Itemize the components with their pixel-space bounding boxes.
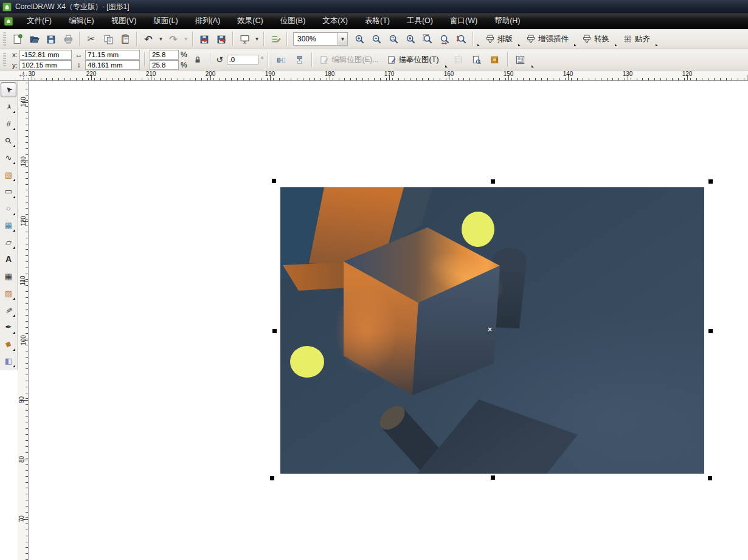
selection-handle-2[interactable] <box>491 179 495 184</box>
ruler-tick <box>309 78 310 80</box>
toolbar-grip[interactable] <box>3 32 6 46</box>
text-tool[interactable]: A <box>1 252 16 267</box>
selection-handle-8[interactable] <box>708 476 712 480</box>
toolbar-grip[interactable] <box>3 53 6 66</box>
document-window-icon[interactable] <box>4 16 13 26</box>
scale-vertical-input[interactable] <box>150 60 179 70</box>
mirror-vertical-button[interactable] <box>291 52 307 67</box>
options-button[interactable] <box>268 31 283 47</box>
selection-handle-7[interactable] <box>491 475 495 480</box>
export-button[interactable] <box>213 31 229 47</box>
ruler-label: 110 <box>19 276 26 286</box>
bitmap-resample-button[interactable] <box>487 52 503 67</box>
ellipse-tool[interactable]: ○ <box>1 201 16 216</box>
zoom-page-button[interactable] <box>420 31 435 47</box>
new-document-button[interactable] <box>9 31 25 47</box>
eyedropper-tool[interactable]: ✎ <box>1 302 16 317</box>
shape-tool[interactable]: ➢ <box>1 99 16 114</box>
pick-tool[interactable]: ➤ <box>1 82 16 97</box>
selection-handle-3[interactable] <box>708 179 713 184</box>
flyout-corner <box>518 44 521 46</box>
menu-item-11[interactable]: 窗口(W) <box>442 13 486 29</box>
typesetting-button[interactable]: 排版 <box>482 32 516 46</box>
interactive-blend-tool[interactable]: ▨ <box>1 286 16 301</box>
menu-item-8[interactable]: 文本(X) <box>314 13 356 29</box>
redo-button[interactable]: ↷ <box>165 31 181 47</box>
object-height-input[interactable] <box>85 60 140 70</box>
fill-tool[interactable]: ◆ <box>1 336 16 351</box>
redo-dropdown-arrow[interactable]: ▾ <box>182 32 189 46</box>
selection-handle-5[interactable] <box>708 329 713 333</box>
vertical-ruler[interactable]: 140130120110100908070 <box>18 81 29 560</box>
zoom-in-button[interactable] <box>351 31 367 47</box>
menu-item-10[interactable]: 工具(O) <box>398 13 442 29</box>
menu-item-5[interactable]: 排列(A) <box>187 13 229 29</box>
selection-handle-4[interactable] <box>272 329 277 333</box>
menu-item-1[interactable]: 文件(F) <box>18 13 60 29</box>
ruler-tick <box>291 78 291 80</box>
graph-paper-tool[interactable]: ▦ <box>1 218 16 233</box>
snap-button[interactable]: 贴齐 <box>619 32 654 46</box>
launcher-dropdown-arrow[interactable]: ▾ <box>254 32 260 46</box>
y-position-input[interactable] <box>19 60 72 70</box>
menu-item-3[interactable]: 视图(V) <box>103 13 145 29</box>
edit-bitmap-button[interactable]: 编辑位图(E)... <box>317 53 381 67</box>
table-tool[interactable]: ▦ <box>1 269 16 284</box>
object-width-input[interactable] <box>85 50 140 60</box>
zoom-selected-button[interactable] <box>386 31 401 47</box>
lock-ratio-button[interactable] <box>190 52 206 67</box>
outline-pen-tool[interactable]: ✒ <box>1 319 16 334</box>
selection-handle-6[interactable] <box>270 476 274 480</box>
flyout-indicator <box>13 213 15 215</box>
flyout-indicator <box>13 128 15 130</box>
menu-item-9[interactable]: 表格(T) <box>356 13 398 29</box>
zoom-height-button[interactable] <box>454 31 469 47</box>
text-wrap-button[interactable] <box>513 52 528 67</box>
convert-button[interactable]: 转换 <box>578 32 613 46</box>
menu-item-12[interactable]: 帮助(H) <box>486 13 528 29</box>
crop-tool[interactable]: # <box>1 116 16 131</box>
print-button[interactable] <box>60 31 76 47</box>
typesetting-button-label: 排版 <box>497 34 513 44</box>
undo-dropdown-arrow[interactable]: ▾ <box>158 32 164 46</box>
bitmap-frame-button[interactable] <box>451 52 466 67</box>
bitmap-boundary-button[interactable] <box>469 52 485 67</box>
zoom-width-button[interactable] <box>437 31 452 47</box>
trace-bitmap-button[interactable]: 描摹位图(T) <box>384 53 442 67</box>
zoom-level-input[interactable] <box>294 33 338 44</box>
x-position-input[interactable] <box>19 50 72 60</box>
selection-center-mark[interactable]: × <box>488 325 492 334</box>
zoom-out-button[interactable] <box>369 31 384 47</box>
scale-horizontal-input[interactable] <box>150 50 179 60</box>
horizontal-ruler[interactable]: 30220210200190180170160150140130120 <box>0 71 748 81</box>
open-button[interactable] <box>26 31 42 47</box>
rectangle-tool[interactable]: ▭ <box>1 184 16 199</box>
menu-item-6[interactable]: 效果(C) <box>229 13 271 29</box>
rotation-angle-input[interactable] <box>227 55 258 64</box>
freehand-tool[interactable]: ∿ <box>1 150 16 165</box>
zoom-all-objects-button[interactable] <box>403 31 418 47</box>
smart-fill-tool[interactable]: ▧ <box>1 167 16 182</box>
zoom-level-dropdown[interactable]: ▼ <box>338 33 347 45</box>
ruler-origin-icon[interactable] <box>19 72 27 80</box>
zoom-tool[interactable]: ⚲ <box>1 133 16 148</box>
ruler-tick <box>410 78 410 80</box>
menu-item-2[interactable]: 编辑(E) <box>60 13 103 29</box>
application-launcher-button[interactable] <box>237 31 252 47</box>
save-button[interactable] <box>43 31 59 47</box>
paste-button[interactable] <box>117 31 133 47</box>
menu-item-7[interactable]: 位图(B) <box>272 13 314 29</box>
selection-handle-1[interactable] <box>272 179 276 183</box>
menu-item-4[interactable]: 版面(L) <box>145 13 186 29</box>
yellow-circle-top <box>462 212 494 247</box>
mirror-horizontal-button[interactable] <box>273 52 289 67</box>
undo-button[interactable]: ↶ <box>140 31 156 47</box>
selected-bitmap-image[interactable] <box>280 187 704 474</box>
copy-button[interactable] <box>100 31 116 47</box>
interactive-fill-tool[interactable]: ◧ <box>1 353 16 368</box>
cut-button[interactable]: ✂ <box>83 31 99 47</box>
ruler-tick <box>130 78 131 80</box>
import-button[interactable] <box>196 31 212 47</box>
enhance-plugins-button[interactable]: 增强插件 <box>522 32 572 46</box>
basic-shapes-tool[interactable]: ▱ <box>1 235 16 250</box>
